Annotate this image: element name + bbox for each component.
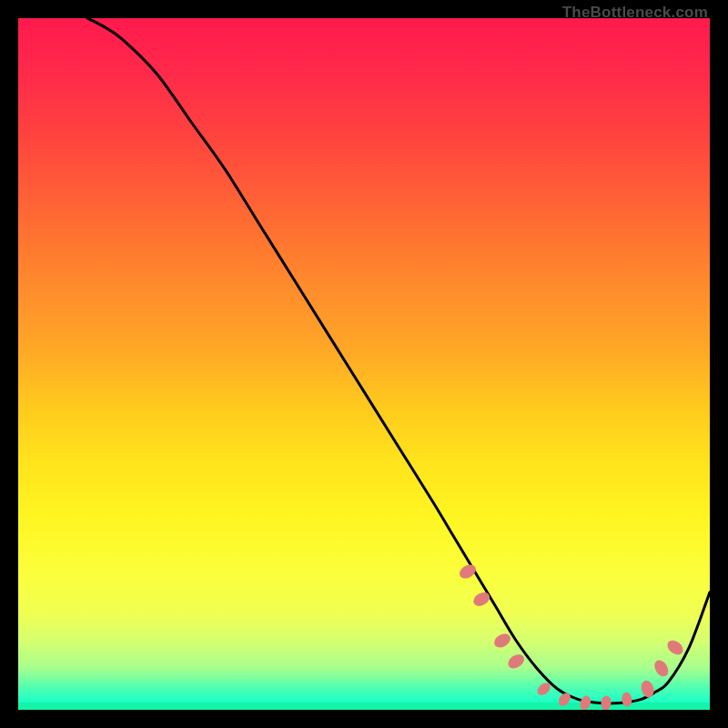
data-marker	[640, 679, 656, 699]
bottleneck-curve	[87, 18, 710, 703]
data-marker	[652, 658, 671, 679]
data-marker	[457, 561, 478, 581]
data-marker	[491, 631, 512, 650]
data-marker	[506, 652, 527, 672]
chart-frame: TheBottleneck.com	[0, 0, 728, 728]
plot-area	[18, 18, 710, 710]
data-markers-group	[457, 561, 685, 710]
curve-svg	[18, 18, 710, 710]
data-marker	[664, 638, 685, 658]
data-marker	[471, 590, 492, 609]
